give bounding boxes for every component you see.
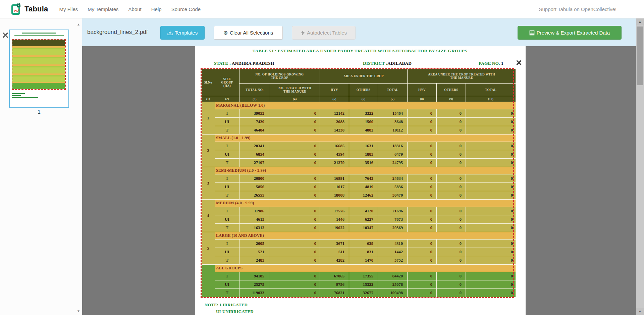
filename-label: background_lines_2.pdf — [87, 29, 148, 36]
autodetect-label: Autodetect Tables — [307, 30, 347, 36]
clear-icon: ⊗ — [223, 30, 228, 36]
tabula-logo-icon — [11, 3, 21, 15]
thumb-note-line — [12, 95, 21, 96]
page-no-label: PAGE NO. — [479, 61, 500, 66]
thumb-note-line — [12, 93, 25, 94]
app-header: Tabula My Files My Templates About Help … — [0, 0, 644, 18]
templates-label: Templates — [175, 30, 198, 36]
templates-button[interactable]: Templates — [160, 26, 205, 40]
page-thumbnail[interactable] — [9, 30, 69, 108]
clear-label: Clear All Selections — [230, 30, 273, 36]
state-label: STATE : — [214, 61, 231, 66]
state-line: STATE : ANDHRA PRADESH — [214, 61, 274, 66]
district-value: ADILABAD — [387, 61, 412, 66]
thumb-title-line — [22, 33, 56, 34]
sidebar-scroll-up-icon[interactable]: ▲ — [76, 22, 81, 26]
clear-all-selections-button[interactable]: ⊗ Clear All Selections — [214, 26, 283, 40]
pdf-page[interactable]: TABLE 5J : ESTIMATED AREA UNDER PADDY TR… — [195, 46, 526, 315]
nav-my-templates[interactable]: My Templates — [88, 6, 118, 12]
scroll-down-icon[interactable]: ▼ — [636, 308, 644, 315]
nav-source-code[interactable]: Source Code — [171, 6, 201, 12]
scroll-up-icon[interactable]: ▲ — [636, 18, 644, 25]
remove-selection-icon[interactable] — [516, 60, 522, 66]
autodetect-tables-button[interactable]: Autodetect Tables — [292, 26, 356, 40]
page-no-value: 1 — [501, 61, 503, 66]
main-panel: background_lines_2.pdf Templates ⊗ Clear… — [82, 18, 644, 315]
note-line: NOTE: I-IRRIGATED — [205, 302, 248, 308]
thumb-subtitle-line — [14, 35, 64, 36]
nav-my-files[interactable]: My Files — [59, 6, 78, 12]
brand-title: Tabula — [24, 5, 48, 13]
workspace: 1 ▲ ▼ background_lines_2.pdf Templates ⊗… — [0, 18, 644, 315]
vertical-scrollbar[interactable]: ▲ ▼ — [636, 18, 644, 315]
nav-help[interactable]: Help — [151, 6, 162, 12]
sidebar-scroll-down-icon[interactable]: ▼ — [76, 309, 81, 313]
thumb-table-selection — [12, 39, 66, 90]
document-canvas: TABLE 5J : ESTIMATED AREA UNDER PADDY TR… — [82, 46, 644, 315]
thumb-table-rows — [12, 46, 65, 82]
sidebar: 1 ▲ ▼ — [0, 18, 82, 315]
templates-icon — [167, 30, 173, 36]
page-no-line: PAGE NO. 1 — [479, 61, 503, 66]
state-value: ANDHRA PRADESH — [232, 61, 274, 66]
nav-about[interactable]: About — [128, 6, 142, 12]
support-link[interactable]: Support Tabula on OpenCollective! — [539, 6, 616, 12]
page-number-label: 1 — [9, 109, 69, 115]
thumb-note-line — [12, 97, 38, 98]
table-selection[interactable] — [201, 68, 514, 298]
note-line: UI-UNIRRIGATED — [216, 309, 254, 314]
export-label: Preview & Export Extracted Data — [537, 30, 610, 36]
table-icon — [529, 30, 535, 36]
scrollbar-thumb[interactable] — [637, 27, 643, 85]
thumb-table-footer — [12, 82, 65, 89]
main-nav: My Files My Templates About Help Source … — [59, 6, 210, 12]
district-label: DISTRICT : — [363, 61, 387, 66]
remove-page-icon[interactable] — [2, 32, 9, 39]
preview-export-button[interactable]: Preview & Export Extracted Data — [518, 26, 622, 40]
lightning-icon — [301, 30, 305, 36]
document-title: TABLE 5J : ESTIMATED AREA UNDER PADDY TR… — [195, 48, 526, 54]
district-line: DISTRICT :ADILABAD — [363, 61, 412, 66]
toolbar: background_lines_2.pdf Templates ⊗ Clear… — [82, 18, 644, 46]
thumb-table-header — [12, 40, 65, 46]
